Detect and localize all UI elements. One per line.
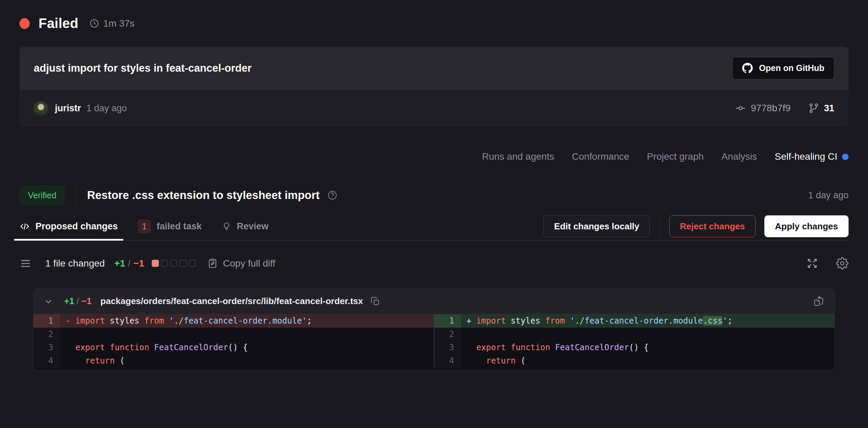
- code-line-right-2: 2: [434, 328, 835, 341]
- tabs: Proposed changes 1 failed task Review: [19, 213, 269, 240]
- file-deletions: −1: [81, 296, 92, 306]
- code-text: - import styles from './feat-cancel-orde…: [60, 314, 434, 328]
- commit-icon: [735, 103, 746, 114]
- deletions-count: −1: [133, 258, 144, 269]
- expand-icon[interactable]: [806, 257, 818, 269]
- diff-file-header: +1 / −1 packages/orders/feat-cancel-orde…: [33, 288, 835, 314]
- failed-status-dot: [19, 18, 30, 29]
- stat-square-empty: [189, 260, 196, 267]
- fix-title: Restore .css extension to stylesheet imp…: [87, 189, 319, 202]
- commit-card-header: adjust import for styles in feat-cancel-…: [19, 47, 849, 90]
- diff-pane-left: 1- import styles from './feat-cancel-ord…: [33, 314, 434, 368]
- stat-separator: /: [128, 258, 131, 269]
- failed-count-badge: 1: [138, 219, 151, 233]
- code-line-left-2: 2: [33, 328, 434, 341]
- line-number: 3: [434, 341, 461, 354]
- code-text: + import styles from './feat-cancel-orde…: [461, 314, 835, 328]
- file-additions: +1: [64, 296, 74, 306]
- additions-count: +1: [114, 258, 125, 269]
- code-text: [60, 328, 434, 341]
- nav-item-runs-and-agents[interactable]: Runs and agents: [482, 151, 554, 162]
- github-icon: [742, 63, 753, 73]
- page: Failed 1m 37s adjust import for styles i…: [0, 0, 868, 428]
- stat-square-filled: [152, 260, 159, 267]
- notification-dot: [842, 154, 849, 160]
- run-duration: 1m 37s: [103, 18, 135, 29]
- tab-failed-task-label: failed task: [156, 221, 201, 232]
- stat-square-empty: [170, 260, 177, 267]
- code-line-left-1: 1- import styles from './feat-cancel-ord…: [33, 314, 434, 328]
- code-line-left-4: 4 return (: [33, 354, 434, 368]
- code-line-left-3: 3 export function FeatCancelOrder() {: [33, 341, 434, 354]
- branch-count: 31: [824, 103, 834, 114]
- status-header: Failed 1m 37s: [19, 0, 849, 31]
- line-number: 1: [434, 314, 461, 328]
- code-text: [461, 328, 835, 341]
- author-name: juristr: [55, 103, 81, 114]
- help-icon[interactable]: [327, 190, 338, 200]
- stat-square-empty: [179, 260, 186, 267]
- diff-toolbar: 1 file changed +1 / −1 Copy full diff: [19, 257, 849, 270]
- reject-changes-button[interactable]: Reject changes: [669, 215, 755, 237]
- diff-stat-squares: [152, 260, 196, 267]
- commit-card: adjust import for styles in feat-cancel-…: [19, 47, 849, 127]
- copy-full-diff-label: Copy full diff: [223, 258, 275, 269]
- stat-square-empty: [161, 260, 168, 267]
- line-number: 1: [33, 314, 60, 328]
- code-text: export function FeatCancelOrder() {: [461, 341, 835, 354]
- copy-full-diff-button[interactable]: Copy full diff: [207, 258, 275, 269]
- button-divider: [659, 216, 660, 237]
- file-stat-separator: /: [77, 296, 79, 306]
- tab-proposed-changes[interactable]: Proposed changes: [19, 213, 118, 240]
- action-buttons: Edit changes locally Reject changes Appl…: [543, 215, 849, 237]
- tab-proposed-changes-label: Proposed changes: [35, 221, 118, 232]
- apply-changes-button[interactable]: Apply changes: [764, 215, 849, 237]
- open-on-github-button[interactable]: Open on GitHub: [732, 57, 834, 80]
- code-line-right-3: 3 export function FeatCancelOrder() {: [434, 341, 835, 354]
- commit-card-meta: juristr 1 day ago 9778b7f9 31: [19, 90, 849, 127]
- files-changed-label: 1 file changed: [45, 258, 105, 269]
- chevron-down-icon[interactable]: [44, 297, 53, 306]
- line-number: 3: [33, 341, 60, 354]
- top-nav: Runs and agentsConformanceProject graphA…: [19, 151, 849, 162]
- edit-changes-locally-button[interactable]: Edit changes locally: [543, 215, 650, 237]
- fix-time: 1 day ago: [808, 190, 849, 201]
- authored-time: 1 day ago: [87, 103, 127, 114]
- copy-path-icon[interactable]: [371, 297, 380, 306]
- tabs-row: Proposed changes 1 failed task Review Ed…: [19, 213, 849, 241]
- github-button-label: Open on GitHub: [759, 63, 824, 73]
- diff-panel: +1 / −1 packages/orders/feat-cancel-orde…: [33, 288, 835, 371]
- nav-item-self-healing-ci[interactable]: Self-healing CI: [775, 151, 849, 162]
- line-number: 2: [33, 328, 60, 341]
- commit-sha-group[interactable]: 9778b7f9: [735, 103, 791, 114]
- commit-title: adjust import for styles in feat-cancel-…: [34, 62, 252, 74]
- branch-count-group[interactable]: 31: [808, 103, 834, 114]
- file-path: packages/orders/feat-cancel-order/src/li…: [101, 296, 363, 306]
- tab-review-label: Review: [237, 221, 269, 232]
- code-icon: [19, 221, 30, 232]
- nav-item-conformance[interactable]: Conformance: [572, 151, 629, 162]
- line-number: 2: [434, 328, 461, 341]
- code-text: return (: [60, 354, 434, 368]
- diff-body: 1- import styles from './feat-cancel-ord…: [33, 314, 835, 370]
- fix-row: Verified Restore .css extension to style…: [19, 185, 849, 206]
- code-line-right-4: 4 return (: [434, 354, 835, 368]
- tab-failed-task[interactable]: 1 failed task: [138, 213, 202, 240]
- git-branch-icon: [808, 103, 819, 114]
- clock-icon: [89, 18, 99, 28]
- tab-review[interactable]: Review: [222, 213, 269, 240]
- verified-badge: Verified: [19, 185, 65, 205]
- code-line-right-1: 1+ import styles from './feat-cancel-ord…: [434, 314, 835, 328]
- line-number: 4: [33, 354, 60, 368]
- code-text: return (: [461, 354, 835, 368]
- nav-item-analysis[interactable]: Analysis: [721, 151, 757, 162]
- vertical-divider: [76, 185, 76, 206]
- commit-sha: 9778b7f9: [751, 103, 791, 114]
- gear-icon[interactable]: [836, 257, 849, 270]
- copy-file-diff-icon[interactable]: [813, 296, 824, 307]
- nav-item-project-graph[interactable]: Project graph: [647, 151, 704, 162]
- code-text: export function FeatCancelOrder() {: [60, 341, 434, 354]
- file-list-menu-icon[interactable]: [19, 257, 32, 270]
- line-number: 4: [434, 354, 461, 368]
- status-label: Failed: [39, 16, 78, 31]
